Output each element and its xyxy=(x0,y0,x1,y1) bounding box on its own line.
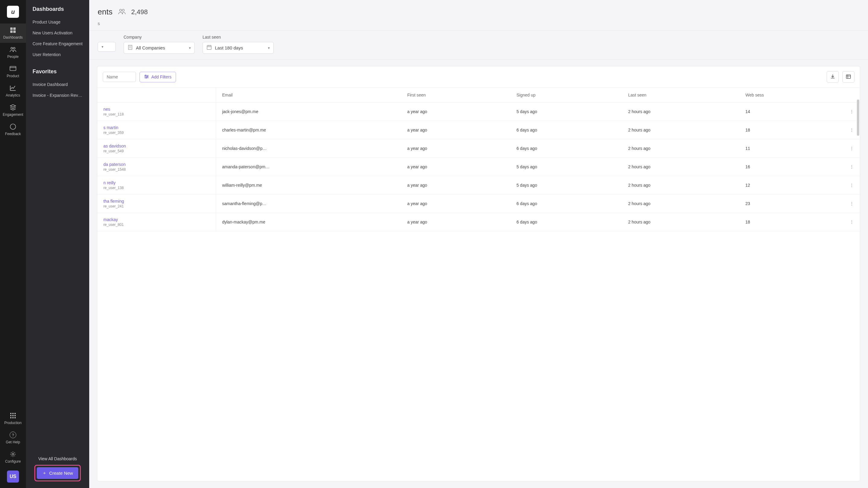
lastseen-select[interactable]: Last 180 days ▾ xyxy=(203,42,274,54)
app-logo[interactable]: u xyxy=(7,6,19,18)
plus-icon: ＋ xyxy=(42,470,47,476)
cell-name[interactable]: mackayre_user_801 xyxy=(97,213,216,231)
cell-name[interactable]: n reillyre_user_138 xyxy=(97,176,216,195)
svg-point-22 xyxy=(145,75,146,76)
svg-rect-12 xyxy=(12,415,13,416)
cell-first-seen: a year ago xyxy=(401,103,510,121)
add-filters-button[interactable]: Add Filters xyxy=(140,72,176,82)
scrollbar[interactable] xyxy=(857,99,859,136)
cell-email: nicholas-davidson@p… xyxy=(216,139,401,158)
download-icon xyxy=(830,74,835,80)
rail-item-people[interactable]: People xyxy=(0,43,26,62)
rail-label: Engagement xyxy=(3,113,23,117)
create-new-label: Create New xyxy=(49,470,73,476)
company-select[interactable]: All Companies ▾ xyxy=(124,42,195,54)
more-icon: ⋮ xyxy=(849,127,854,133)
svg-rect-13 xyxy=(14,415,16,416)
flyout-item-invoice-expansion[interactable]: Invoice - Expansion Reve… xyxy=(33,90,83,101)
columns-icon xyxy=(846,74,851,80)
cell-name[interactable]: da patersonre_user_1548 xyxy=(97,158,216,176)
download-button[interactable] xyxy=(827,71,839,83)
user-avatar[interactable]: US xyxy=(7,470,19,483)
table-row[interactable]: da patersonre_user_1548amanda-paterson@p… xyxy=(97,158,860,176)
row-actions[interactable]: ⋮ xyxy=(844,195,860,213)
rail-item-help[interactable]: ? Get Help xyxy=(0,428,26,448)
row-actions[interactable]: ⋮ xyxy=(844,158,860,176)
row-actions[interactable]: ⋮ xyxy=(844,213,860,231)
filter-group-hidden: ▾ xyxy=(98,35,116,54)
cell-signed-up: 6 days ago xyxy=(510,139,622,158)
rail-item-production[interactable]: Production xyxy=(0,409,26,428)
table-row[interactable]: s martinre_user_359charles-martin@pm.mea… xyxy=(97,121,860,139)
svg-rect-14 xyxy=(10,417,11,418)
col-signed-up[interactable]: Signed up xyxy=(510,88,622,103)
svg-point-19 xyxy=(122,9,124,11)
table-scroll[interactable]: Email First seen Signed up Last seen Web… xyxy=(97,87,860,481)
flyout-item-user-retention[interactable]: User Retention xyxy=(33,49,83,60)
rail-item-product[interactable]: Product xyxy=(0,62,26,81)
view-all-dashboards-link[interactable]: View All Dashboards xyxy=(38,456,77,461)
col-last-seen[interactable]: Last seen xyxy=(622,88,739,103)
table-row[interactable]: nesre_user_118jack-jones@pm.mea year ago… xyxy=(97,103,860,121)
rail-item-feedback[interactable]: Feedback xyxy=(0,120,26,139)
filter-select-hidden[interactable]: ▾ xyxy=(98,42,116,52)
cell-email: charles-martin@pm.me xyxy=(216,121,401,139)
dashboards-flyout: Dashboards Product Usage New Users Activ… xyxy=(26,0,89,488)
cell-signed-up: 5 days ago xyxy=(510,176,622,195)
flyout-header-dashboards: Dashboards xyxy=(33,6,83,12)
rail-label: People xyxy=(7,55,19,59)
table-row[interactable]: as davidsonre_user_549nicholas-davidson@… xyxy=(97,139,860,158)
col-web-sessions[interactable]: Web sess xyxy=(739,88,844,103)
row-actions[interactable]: ⋮ xyxy=(844,139,860,158)
cell-signed-up: 6 days ago xyxy=(510,121,622,139)
flyout-item-invoice-dashboard[interactable]: Invoice Dashboard xyxy=(33,79,83,90)
users-table: Email First seen Signed up Last seen Web… xyxy=(97,87,860,231)
svg-rect-1 xyxy=(13,27,16,30)
table-row[interactable]: n reillyre_user_138william-reilly@pm.mea… xyxy=(97,176,860,195)
cell-first-seen: a year ago xyxy=(401,195,510,213)
flyout-item-product-usage[interactable]: Product Usage xyxy=(33,17,83,27)
table-row[interactable]: tha flemingre_user_241samantha-fleming@p… xyxy=(97,195,860,213)
rail-item-analytics[interactable]: Analytics xyxy=(0,81,26,101)
help-icon: ? xyxy=(10,432,16,438)
product-icon xyxy=(10,65,16,72)
flyout-item-new-users-activation[interactable]: New Users Activation xyxy=(33,27,83,38)
cell-email: jack-jones@pm.me xyxy=(216,103,401,121)
flyout-header-favorites: Favorites xyxy=(33,68,83,75)
analytics-icon xyxy=(10,85,16,91)
table-row[interactable]: mackayre_user_801dylan-mackay@pm.mea yea… xyxy=(97,213,860,231)
main-content: ents 2,498 s ▾ Company All Companies ▾ xyxy=(89,0,868,488)
page-subline: s xyxy=(89,20,868,30)
cell-email: amanda-paterson@pm… xyxy=(216,158,401,176)
search-input[interactable] xyxy=(103,72,136,82)
rail-item-configure[interactable]: Configure xyxy=(0,448,26,467)
create-new-highlight: ＋ Create New xyxy=(34,465,81,481)
create-new-button[interactable]: ＋ Create New xyxy=(37,467,79,479)
flyout-item-core-feature-engagement[interactable]: Core Feature Engagement xyxy=(33,38,83,49)
chevron-down-icon: ▾ xyxy=(268,46,270,50)
more-icon: ⋮ xyxy=(849,183,854,188)
page-title: ents xyxy=(98,7,113,17)
cell-name[interactable]: nesre_user_118 xyxy=(97,103,216,121)
cell-name[interactable]: tha flemingre_user_241 xyxy=(97,195,216,213)
cell-first-seen: a year ago xyxy=(401,158,510,176)
cell-email: dylan-mackay@pm.me xyxy=(216,213,401,231)
rail-item-engagement[interactable]: Engagement xyxy=(0,101,26,120)
svg-point-23 xyxy=(147,76,148,77)
col-first-seen[interactable]: First seen xyxy=(401,88,510,103)
filter-label-hidden xyxy=(98,35,116,39)
cell-signed-up: 6 days ago xyxy=(510,213,622,231)
cell-first-seen: a year ago xyxy=(401,176,510,195)
people-icon xyxy=(118,8,126,16)
row-actions[interactable]: ⋮ xyxy=(844,176,860,195)
svg-rect-21 xyxy=(207,46,211,50)
col-email[interactable]: Email xyxy=(216,88,401,103)
col-name[interactable] xyxy=(97,88,216,103)
rail-label: Configure xyxy=(5,459,21,464)
cell-name[interactable]: as davidsonre_user_549 xyxy=(97,139,216,158)
rail-label: Feedback xyxy=(5,132,21,136)
cell-name[interactable]: s martinre_user_359 xyxy=(97,121,216,139)
layers-icon xyxy=(10,104,16,111)
rail-item-dashboards[interactable]: Dashboards xyxy=(0,24,26,43)
columns-button[interactable] xyxy=(842,71,855,83)
